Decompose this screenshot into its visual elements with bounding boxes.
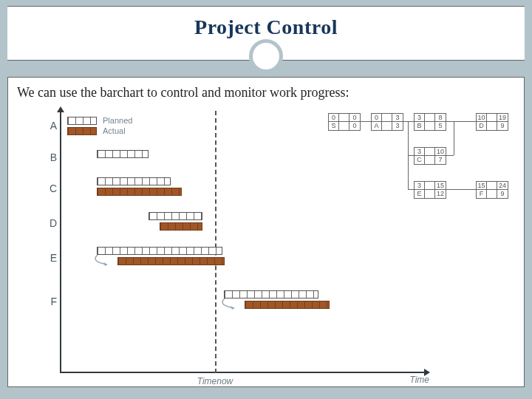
legend-planned: Planned [103, 116, 132, 125]
node-c: 310 C7 [414, 147, 446, 165]
node-s: 00 S0 [328, 113, 361, 131]
slide-title: Project Control [7, 16, 525, 39]
node-b: 38 B5 [414, 113, 446, 131]
timenow-line [215, 111, 216, 373]
node-d: 1019 D9 [476, 113, 508, 131]
node-e: 315 E12 [414, 181, 446, 199]
task-label-b: B [44, 151, 57, 163]
task-label-c: C [44, 183, 57, 194]
node-f: 1524 F9 [476, 181, 508, 199]
bar-e-planned [97, 247, 222, 255]
bar-d-actual [160, 222, 202, 231]
bar-c-planned [97, 177, 171, 185]
network-diagram: 00 S0 03 A3 38 B5 1019 D9 310 C7 315 E12 [328, 113, 513, 216]
bar-a-planned [67, 117, 97, 125]
decorative-ring-icon [249, 39, 283, 73]
task-label-d: D [44, 217, 57, 229]
node-a: 03 A3 [371, 113, 403, 131]
task-label-f: F [44, 296, 57, 307]
bar-e-actual [117, 257, 225, 265]
legend-actual: Actual [103, 126, 126, 135]
title-block: Project Control [7, 6, 525, 61]
task-label-a: A [44, 120, 57, 132]
body-text: We can use the barchart to control and m… [17, 85, 515, 100]
timenow-label: Timenow [197, 376, 233, 386]
y-axis [60, 111, 61, 373]
task-label-e: E [44, 252, 57, 264]
bar-d-planned [149, 212, 202, 220]
x-axis-label: Time [409, 375, 429, 385]
bar-a-actual [67, 127, 97, 135]
body-block: We can use the barchart to control and m… [7, 77, 525, 387]
bar-f-planned [224, 290, 318, 299]
bar-f-actual [245, 301, 330, 309]
bar-b-planned [97, 150, 149, 158]
bar-c-actual [97, 188, 182, 196]
x-axis [60, 372, 426, 373]
